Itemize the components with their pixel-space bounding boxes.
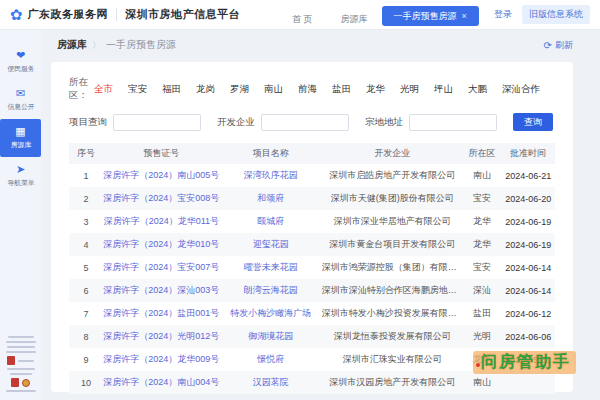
refresh-button[interactable]: ⟳ 刷新	[544, 39, 573, 52]
project-link[interactable]: 朗湾云海花园	[220, 279, 322, 302]
district-option-pingshan[interactable]: 坪山	[434, 81, 453, 98]
developer-search-label: 开发企业	[217, 116, 255, 129]
cell-district: 光明	[463, 325, 502, 348]
site-name: 广东政务服务网	[28, 7, 109, 22]
sidebar-item-info-disclosure[interactable]: ✉ 信息公开	[0, 81, 41, 119]
district-option-all[interactable]: 全市	[94, 81, 113, 98]
cell-index: 8	[69, 325, 103, 348]
cell-index: 10	[69, 371, 103, 394]
paper-plane-icon: ➤	[16, 164, 25, 175]
tab-home[interactable]: 首 页	[278, 9, 327, 29]
project-link[interactable]: 憬悦府	[220, 348, 322, 371]
sidebar-footer	[0, 336, 41, 392]
district-option-longgang[interactable]: 龙岗	[196, 81, 215, 98]
project-link[interactable]: 汉园茗院	[220, 371, 322, 394]
login-button[interactable]: 登录	[494, 8, 512, 21]
district-option-guangming[interactable]: 光明	[400, 81, 419, 98]
sidebar-item-housing-library[interactable]: ▦ 房源库	[0, 119, 41, 157]
project-link[interactable]: 颐城府	[220, 210, 322, 233]
permit-link[interactable]: 深房许字（2024）龙华011号	[103, 210, 220, 233]
district-option-dapeng[interactable]: 大鹏	[468, 81, 487, 98]
cell-index: 9	[69, 348, 103, 371]
permit-link[interactable]: 深房许字（2024）龙华009号	[103, 348, 220, 371]
district-option-longhua[interactable]: 龙华	[366, 81, 385, 98]
permit-link[interactable]: 深房许字（2024）南山004号	[103, 371, 220, 394]
police-badge-icon	[11, 378, 19, 387]
permit-link[interactable]: 深房许字（2024）南山005号	[103, 164, 220, 187]
permit-link[interactable]: 深房许字（2024）光明012号	[103, 325, 220, 348]
cell-developer: 深圳市天健(集团)股份有限公司	[322, 187, 463, 210]
cell-index: 4	[69, 233, 103, 256]
project-link[interactable]: 曜誉未来花园	[220, 256, 322, 279]
tab-presale-active[interactable]: 一手房预售房源 ×	[382, 6, 479, 26]
sidebar: ❤ 便民服务 ✉ 信息公开 ▦ 房源库 ➤ 导航菜单	[0, 30, 41, 400]
footer-text-line	[7, 368, 35, 370]
project-link[interactable]: 迎玺花园	[220, 233, 322, 256]
cell-date: 2024-06-19	[502, 210, 556, 233]
footer-text-line	[7, 346, 35, 348]
cell-district: 龙华	[463, 233, 502, 256]
permit-link[interactable]: 深房许字（2024）深汕003号	[103, 279, 220, 302]
footer-text-line	[6, 341, 36, 343]
tab-bar: 首 页 房源库 一手房预售房源 ×	[278, 0, 479, 29]
district-option-baoan[interactable]: 宝安	[128, 81, 147, 98]
permit-link[interactable]: 深房许字（2024）盐田001号	[103, 302, 220, 325]
table-row: 3 深房许字（2024）龙华011号 颐城府 深圳市深业华居地产有限公司 龙华 …	[69, 210, 555, 233]
close-icon[interactable]: ×	[462, 6, 467, 26]
emblem-badge-row	[11, 378, 30, 387]
cell-index: 6	[69, 279, 103, 302]
col-permit-no: 预售证号	[103, 143, 220, 164]
cell-developer: 深圳市鸿荣源控股（集团）有限公司	[322, 256, 463, 279]
table-row: 10 深房许字（2024）南山004号 汉园茗院 深圳市汉园房地产开发有限公司 …	[69, 371, 555, 394]
district-option-yantian[interactable]: 盐田	[332, 81, 351, 98]
national-emblem-icon	[22, 379, 30, 387]
table-row: 1 深房许字（2024）南山005号 深湾玖序花园 深圳市启皓房地产开发有限公司…	[69, 164, 555, 187]
sidebar-item-convenient-services[interactable]: ❤ 便民服务	[0, 43, 41, 81]
project-link[interactable]: 和颂府	[220, 187, 322, 210]
legacy-system-button[interactable]: 旧版信息系统	[522, 5, 590, 24]
topbar-right: 登录 旧版信息系统	[494, 5, 590, 24]
district-option-futian[interactable]: 福田	[162, 81, 181, 98]
cell-district: 南山	[463, 164, 502, 187]
breadcrumb-root[interactable]: 房源库	[57, 38, 87, 52]
table-row: 8 深房许字（2024）光明012号 御湖境花园 深圳龙恒泰投资发展有限公司 光…	[69, 325, 555, 348]
gov-badge-icon	[7, 356, 15, 365]
project-link[interactable]: 深湾玖序花园	[220, 164, 322, 187]
cell-index: 3	[69, 210, 103, 233]
permit-link[interactable]: 深房许字（2024）宝安008号	[103, 187, 220, 210]
cell-developer: 深圳市特发小梅沙投资发展有限公司	[322, 302, 463, 325]
district-option-nanshan[interactable]: 南山	[264, 81, 283, 98]
col-approval-date: 批准时间	[502, 143, 556, 164]
breadcrumb-current: 一手房预售房源	[106, 38, 176, 52]
building-icon: ▦	[15, 126, 25, 137]
project-search-input[interactable]	[113, 114, 201, 131]
tab-fangyuanku[interactable]: 房源库	[327, 9, 382, 29]
permit-link[interactable]: 深房许字（2024）龙华010号	[103, 233, 220, 256]
cell-date: 2024-06-21	[502, 164, 556, 187]
col-developer: 开发企业	[322, 143, 463, 164]
envelope-icon: ✉	[16, 88, 25, 99]
table-row: 6 深房许字（2024）深汕003号 朗湾云海花园 深圳市深汕特别合作区海鹏房地…	[69, 279, 555, 302]
watermark-text: 问房管助手	[481, 353, 571, 370]
table-row: 5 深房许字（2024）宝安007号 曜誉未来花园 深圳市鸿荣源控股（集团）有限…	[69, 256, 555, 279]
project-link[interactable]: 特发小梅沙瞰海广场	[220, 302, 322, 325]
permit-link[interactable]: 深房许字（2024）宝安007号	[103, 256, 220, 279]
district-option-luohu[interactable]: 罗湖	[230, 81, 249, 98]
cell-developer: 深圳市深汕特别合作区海鹏房地产开发有限公司	[322, 279, 463, 302]
watermark-dot-icon	[476, 363, 480, 367]
cell-district: 南山	[463, 371, 502, 394]
divider	[116, 8, 117, 21]
district-option-shenshan[interactable]: 深汕合作	[502, 81, 540, 98]
search-button[interactable]: 查询	[513, 113, 553, 131]
cell-index: 1	[69, 164, 103, 187]
address-search-input[interactable]	[409, 114, 497, 131]
developer-search-input[interactable]	[261, 114, 349, 131]
district-filter-label: 所在区：	[69, 76, 88, 102]
district-option-qianhai[interactable]: 前海	[298, 81, 317, 98]
sidebar-item-nav-menu[interactable]: ➤ 导航菜单	[0, 157, 41, 195]
gov-badge-row	[7, 356, 34, 365]
address-search-label: 宗地地址	[365, 116, 403, 129]
project-link[interactable]: 御湖境花园	[220, 325, 322, 348]
cell-district: 宝安	[463, 256, 502, 279]
search-filter-row: 项目查询 开发企业 宗地地址 查询	[69, 113, 555, 131]
